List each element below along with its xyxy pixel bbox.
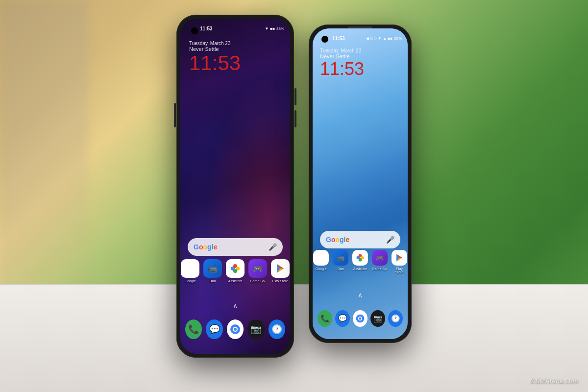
- dock-left: 📞 💬 📷 🕐: [185, 319, 285, 339]
- background-objects-left: [0, 0, 88, 294]
- icons-right: ◆ □ ▷ ▼ ▲ ■■: [367, 36, 392, 41]
- app-duo-label-left: Duo: [210, 279, 216, 283]
- volume-down-button-left[interactable]: [294, 110, 296, 127]
- dock-right: 📞 💬 📷 🕐: [318, 310, 403, 327]
- status-icons-right: ◆ □ ▷ ▼ ▲ ■■ 50%: [367, 36, 402, 41]
- gamespace-icon-right: 🎮: [372, 250, 388, 266]
- clock-label-left: Never Settle: [189, 46, 241, 52]
- playstore-icon-right: [392, 250, 407, 266]
- status-bar-left: 11:53 ▼ ■■ 38%: [180, 23, 290, 34]
- status-icons-left: ▼ ■■ 38%: [265, 26, 284, 31]
- battery-right: 50%: [394, 36, 402, 41]
- dock-chrome-left[interactable]: [227, 319, 244, 339]
- clock-widget-left: Tuesday, March 23 Never Settle 11:53: [189, 41, 241, 74]
- phone-left: 11:53 ▼ ■■ 38% Tuesday, March 23 Never S…: [176, 15, 294, 358]
- app-google-label-right: Google: [316, 267, 327, 270]
- arrow-up-right[interactable]: ∧: [358, 291, 363, 299]
- status-bar-right: 11:53 ◆ □ ▷ ▼ ▲ ■■ 50%: [313, 32, 408, 44]
- google-g-left: Google: [194, 243, 217, 251]
- app-duo-left[interactable]: 📹 Duo: [203, 259, 222, 283]
- watermark: GSMArena.com: [530, 377, 578, 385]
- dock-camera-right[interactable]: 📷: [370, 310, 385, 327]
- wifi-icon-left: ▼: [265, 26, 269, 31]
- app-grid-left: Google 📹 Duo: [185, 259, 285, 283]
- app-gamespace-label-right: Game Sp.: [372, 267, 388, 270]
- gamespace-icon-left: 🎮: [248, 259, 267, 278]
- app-google-left[interactable]: Google: [181, 259, 199, 283]
- clock-time-left: 11:53: [189, 53, 241, 74]
- search-bar-right[interactable]: Google 🎤: [320, 231, 400, 248]
- signal-icon-left: ■■: [270, 26, 275, 31]
- dock-camera-left[interactable]: 📷: [247, 319, 264, 339]
- dock-clock-left[interactable]: 🕐: [269, 319, 285, 339]
- app-gamespace-left[interactable]: 🎮 Game Sp.: [248, 259, 267, 283]
- dock-chrome-right[interactable]: [353, 310, 368, 327]
- phone-right-screen: 11:53 ◆ □ ▷ ▼ ▲ ■■ 50% Tuesday, March 23…: [313, 28, 408, 339]
- dock-phone-right[interactable]: 📞: [318, 310, 332, 327]
- assistant-icon-right: [352, 250, 368, 266]
- power-button-left[interactable]: [174, 103, 176, 127]
- app-playstore-right[interactable]: Play Store: [392, 250, 407, 274]
- phone-left-screen: 11:53 ▼ ■■ 38% Tuesday, March 23 Never S…: [180, 19, 290, 354]
- phone-right: 11:53 ◆ □ ▷ ▼ ▲ ■■ 50% Tuesday, March 23…: [309, 24, 412, 343]
- app-assistant-label-left: Assistant: [228, 279, 242, 283]
- app-gamespace-right[interactable]: 🎮 Game Sp.: [372, 250, 388, 274]
- mic-icon-left[interactable]: 🎤: [269, 243, 277, 251]
- dock-messages-right[interactable]: 💬: [335, 310, 350, 327]
- clock-widget-right: Tuesday, March 23 Never Settle 11:53: [320, 48, 364, 78]
- app-assistant-label-right: Assistant: [353, 267, 367, 270]
- clock-date-left: Tuesday, March 23: [189, 41, 241, 46]
- app-assistant-right[interactable]: Assistant: [352, 250, 368, 274]
- clock-time-right: 11:53: [320, 60, 364, 78]
- clock-label-right: Never Settle: [320, 53, 364, 59]
- playstore-icon-left: [271, 259, 290, 278]
- duo-icon-left: 📹: [203, 259, 222, 278]
- phones-container: 11:53 ▼ ■■ 38% Tuesday, March 23 Never S…: [176, 15, 412, 358]
- mic-icon-right[interactable]: 🎤: [386, 236, 394, 244]
- app-google-label-left: Google: [185, 279, 196, 283]
- dock-messages-left[interactable]: 💬: [206, 319, 222, 339]
- app-gamespace-label-left: Game Sp.: [250, 279, 266, 283]
- svg-point-10: [234, 328, 237, 331]
- app-playstore-left[interactable]: Play Store: [271, 259, 290, 283]
- duo-icon-right: 📹: [333, 250, 348, 266]
- search-bar-left[interactable]: Google 🎤: [188, 238, 283, 256]
- arrow-up-left[interactable]: ∧: [233, 302, 238, 310]
- app-playstore-label-left: Play Store: [272, 279, 288, 283]
- assistant-icon-left: [226, 259, 245, 278]
- app-playstore-label-right: Play Store: [392, 267, 407, 274]
- volume-up-button-left[interactable]: [294, 88, 296, 105]
- app-duo-label-right: Duo: [338, 267, 344, 270]
- google-g-right: Google: [326, 236, 349, 244]
- dock-clock-right[interactable]: 🕐: [388, 310, 403, 327]
- app-duo-right[interactable]: 📹 Duo: [333, 250, 348, 274]
- dock-phone-left[interactable]: 📞: [185, 319, 202, 339]
- svg-point-21: [359, 318, 362, 320]
- status-time-left: 11:53: [200, 26, 213, 31]
- svg-point-3: [233, 269, 237, 273]
- app-grid-right: Google 📹 Duo: [317, 250, 404, 274]
- app-google-right[interactable]: Google: [313, 250, 329, 274]
- svg-point-14: [359, 258, 362, 262]
- status-time-right: 11:53: [332, 36, 345, 41]
- battery-left: 38%: [276, 26, 284, 31]
- clock-date-right: Tuesday, March 23: [320, 48, 364, 53]
- app-assistant-left[interactable]: Assistant: [226, 259, 245, 283]
